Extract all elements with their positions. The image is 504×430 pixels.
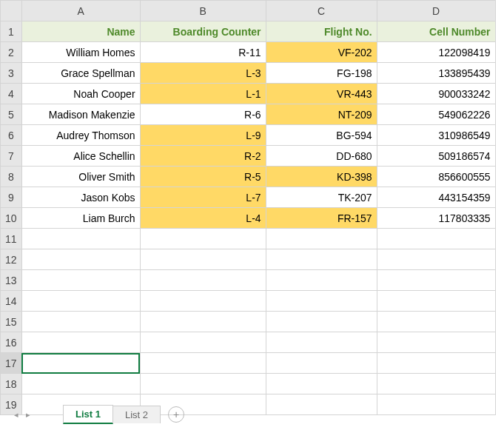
header-counter[interactable]: Boarding Counter	[140, 21, 266, 42]
cell-counter[interactable]: R-5	[140, 167, 266, 187]
empty-cell[interactable]	[266, 394, 377, 415]
empty-cell[interactable]	[140, 353, 266, 374]
row-header[interactable]: 7	[1, 146, 22, 167]
empty-cell[interactable]	[266, 249, 377, 270]
empty-cell[interactable]	[377, 332, 495, 353]
empty-cell[interactable]	[140, 229, 266, 249]
empty-cell[interactable]	[266, 229, 377, 249]
cell-counter[interactable]: R-2	[140, 146, 266, 167]
empty-cell[interactable]	[266, 332, 377, 353]
column-header-c[interactable]: C	[266, 1, 377, 21]
cell-flight[interactable]: VF-202	[266, 42, 377, 63]
cell-counter[interactable]: L-9	[140, 125, 266, 146]
row-header[interactable]: 18	[1, 374, 22, 394]
empty-cell[interactable]	[377, 394, 495, 415]
row-header[interactable]: 9	[1, 187, 22, 208]
empty-cell[interactable]	[21, 229, 140, 249]
empty-cell[interactable]	[266, 353, 377, 374]
empty-cell[interactable]	[21, 291, 140, 312]
cell-cell[interactable]: 549062226	[377, 104, 495, 125]
empty-cell[interactable]	[140, 249, 266, 270]
cell-name[interactable]: Jason Kobs	[21, 187, 140, 208]
cell-name[interactable]: William Homes	[21, 42, 140, 63]
cell-flight[interactable]: FG-198	[266, 63, 377, 84]
cell-name[interactable]: Noah Cooper	[21, 84, 140, 104]
row-header[interactable]: 8	[1, 167, 22, 187]
spreadsheet-grid[interactable]: ABCD1NameBoarding CounterFlight No.Cell …	[0, 0, 496, 415]
tab-list2[interactable]: List 2	[112, 406, 161, 423]
header-cell[interactable]: Cell Number	[377, 21, 495, 42]
empty-cell[interactable]	[266, 291, 377, 312]
cell-cell[interactable]: 310986549	[377, 125, 495, 146]
cell-flight[interactable]: VR-443	[266, 84, 377, 104]
nav-next-icon[interactable]: ▸	[22, 409, 34, 420]
column-header-b[interactable]: B	[140, 1, 266, 21]
row-header[interactable]: 11	[1, 229, 22, 249]
empty-cell[interactable]	[377, 374, 495, 394]
empty-cell[interactable]	[21, 270, 140, 291]
cell-flight[interactable]: BG-594	[266, 125, 377, 146]
cell-name[interactable]: Oliver Smith	[21, 167, 140, 187]
empty-cell[interactable]	[140, 332, 266, 353]
tab-list1[interactable]: List 1	[63, 405, 113, 424]
cell-flight[interactable]: KD-398	[266, 167, 377, 187]
empty-cell[interactable]	[21, 332, 140, 353]
cell-cell[interactable]: 117803335	[377, 208, 495, 229]
cell-counter[interactable]: L-3	[140, 63, 266, 84]
header-flight[interactable]: Flight No.	[266, 21, 377, 42]
empty-cell[interactable]	[21, 312, 140, 332]
row-header[interactable]: 2	[1, 42, 22, 63]
cell-flight[interactable]: NT-209	[266, 104, 377, 125]
empty-cell[interactable]	[140, 374, 266, 394]
select-all-cell[interactable]	[1, 1, 22, 21]
row-header[interactable]: 13	[1, 270, 22, 291]
row-header[interactable]: 15	[1, 312, 22, 332]
empty-cell[interactable]	[377, 270, 495, 291]
empty-cell[interactable]	[266, 270, 377, 291]
empty-cell[interactable]	[266, 374, 377, 394]
cell-name[interactable]: Liam Burch	[21, 208, 140, 229]
row-header[interactable]: 14	[1, 291, 22, 312]
row-header[interactable]: 12	[1, 249, 22, 270]
cell-cell[interactable]: 856600555	[377, 167, 495, 187]
cell-counter[interactable]: L-4	[140, 208, 266, 229]
column-header-a[interactable]: A	[21, 1, 140, 21]
cell-flight[interactable]: FR-157	[266, 208, 377, 229]
row-header[interactable]: 4	[1, 84, 22, 104]
cell-cell[interactable]: 133895439	[377, 63, 495, 84]
cell-name[interactable]: Audrey Thomson	[21, 125, 140, 146]
empty-cell[interactable]	[377, 312, 495, 332]
nav-prev-icon[interactable]: ◂	[10, 409, 22, 420]
cell-counter[interactable]: R-11	[140, 42, 266, 63]
header-name[interactable]: Name	[21, 21, 140, 42]
cell-counter[interactable]: L-1	[140, 84, 266, 104]
cell-counter[interactable]: L-7	[140, 187, 266, 208]
row-header[interactable]: 1	[1, 21, 22, 42]
cell-cell[interactable]: 443154359	[377, 187, 495, 208]
add-sheet-button[interactable]: +	[168, 406, 184, 423]
cell-name[interactable]: Grace Spellman	[21, 63, 140, 84]
empty-cell[interactable]	[140, 291, 266, 312]
empty-cell[interactable]	[377, 249, 495, 270]
empty-cell[interactable]	[377, 229, 495, 249]
cell-name[interactable]: Alice Schellin	[21, 146, 140, 167]
empty-cell[interactable]	[21, 353, 140, 374]
cell-counter[interactable]: R-6	[140, 104, 266, 125]
row-header[interactable]: 3	[1, 63, 22, 84]
column-header-d[interactable]: D	[377, 1, 495, 21]
empty-cell[interactable]	[21, 249, 140, 270]
empty-cell[interactable]	[266, 312, 377, 332]
cell-flight[interactable]: DD-680	[266, 146, 377, 167]
empty-cell[interactable]	[140, 270, 266, 291]
row-header[interactable]: 10	[1, 208, 22, 229]
cell-cell[interactable]: 900033242	[377, 84, 495, 104]
row-header[interactable]: 16	[1, 332, 22, 353]
empty-cell[interactable]	[377, 291, 495, 312]
row-header[interactable]: 5	[1, 104, 22, 125]
row-header[interactable]: 17	[1, 353, 22, 374]
empty-cell[interactable]	[140, 312, 266, 332]
cell-cell[interactable]: 509186574	[377, 146, 495, 167]
cell-flight[interactable]: TK-207	[266, 187, 377, 208]
row-header[interactable]: 6	[1, 125, 22, 146]
empty-cell[interactable]	[21, 374, 140, 394]
